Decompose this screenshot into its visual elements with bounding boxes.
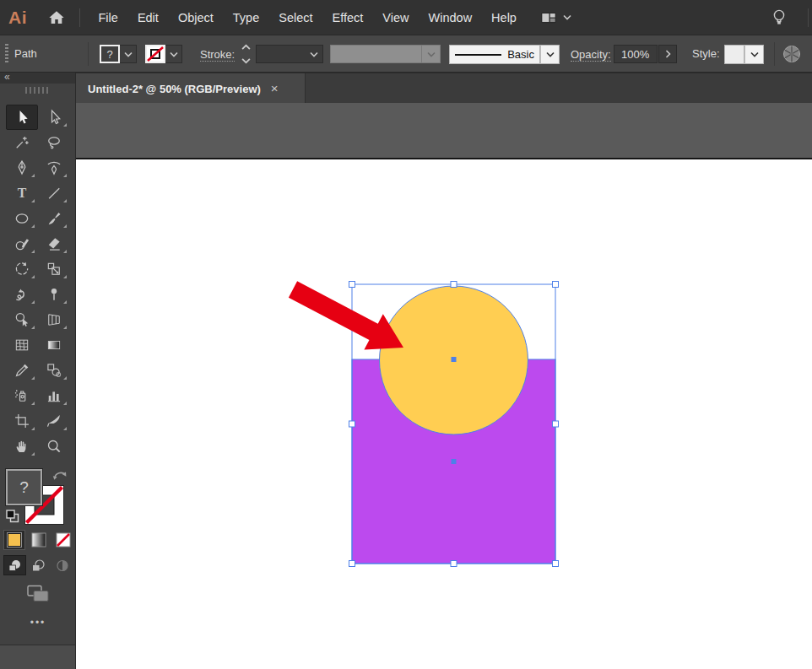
tool-magic-wand[interactable]	[6, 130, 38, 155]
app-logo[interactable]: Ai	[8, 8, 37, 28]
opacity-label: Opacity:	[571, 47, 611, 62]
collapse-panel-icon: «	[4, 71, 10, 83]
stroke-color-control[interactable]	[145, 45, 182, 63]
opacity-input[interactable]: 100%	[614, 45, 658, 63]
handle-top-right[interactable]	[553, 282, 559, 288]
brush-definition-dropdown[interactable]: Basic	[449, 45, 560, 64]
menu-effect[interactable]: Effect	[322, 0, 373, 35]
document-canvas[interactable]	[76, 103, 812, 669]
tool-shape-builder[interactable]	[6, 307, 38, 332]
tool-curvature[interactable]	[38, 155, 70, 181]
none-button[interactable]	[52, 530, 74, 550]
draw-normal-button[interactable]	[3, 555, 26, 575]
gradient-button[interactable]	[28, 530, 50, 550]
tool-hand[interactable]	[6, 434, 38, 459]
handle-bottom-right[interactable]	[553, 561, 559, 567]
tool-eraser[interactable]	[38, 231, 70, 256]
tool-slice[interactable]	[38, 408, 70, 434]
fill-proxy-unknown[interactable]: ?	[6, 469, 42, 505]
tool-eyedropper[interactable]	[6, 358, 38, 383]
fill-color-control[interactable]: ?	[100, 45, 137, 63]
edit-toolbar-button[interactable]: •••	[0, 617, 76, 629]
tool-perspective-grid[interactable]	[38, 307, 70, 332]
menu-edit[interactable]: Edit	[127, 0, 168, 35]
shape-builder-tool-icon	[14, 311, 30, 328]
tool-symbol-sprayer[interactable]	[6, 383, 38, 408]
swap-fill-stroke-button[interactable]	[51, 468, 68, 483]
style-swatch[interactable]	[724, 45, 744, 64]
tool-direct-selection[interactable]	[38, 105, 70, 130]
menu-view[interactable]: View	[373, 0, 419, 35]
change-screen-mode-button[interactable]	[24, 582, 52, 604]
color-wheel-button[interactable]	[782, 45, 801, 63]
handle-top-center[interactable]	[451, 282, 457, 288]
graphic-style-dropdown[interactable]	[724, 45, 764, 64]
tool-scale[interactable]	[38, 256, 70, 282]
collapse-panel-button[interactable]: «	[0, 73, 75, 84]
tool-pen[interactable]	[6, 155, 38, 181]
menu-type[interactable]: Type	[223, 0, 268, 35]
controlbar-grip[interactable]	[5, 44, 8, 64]
discover-button[interactable]	[769, 7, 789, 29]
workspace-switcher[interactable]	[539, 10, 571, 25]
eraser-tool-icon	[46, 235, 62, 252]
stroke-swatch-none[interactable]	[145, 45, 165, 63]
tool-shaper[interactable]	[6, 231, 38, 256]
tools-panel-grip[interactable]	[25, 87, 51, 94]
draw-behind-button[interactable]	[27, 555, 50, 575]
menu-object[interactable]: Object	[168, 0, 223, 35]
shaper-tool-icon	[14, 235, 30, 252]
tool-puppet-warp[interactable]	[38, 282, 70, 307]
stepper-up-icon[interactable]	[241, 44, 251, 51]
circle-center-anchor[interactable]	[452, 357, 457, 362]
home-button[interactable]	[46, 7, 68, 29]
tool-gradient[interactable]	[38, 332, 70, 358]
fill-swatch[interactable]: ?	[100, 45, 120, 63]
stroke-weight-dropdown[interactable]	[256, 45, 323, 63]
pasteboard[interactable]	[76, 103, 812, 158]
tool-lasso[interactable]	[38, 130, 70, 155]
tool-type[interactable]: T	[6, 181, 38, 206]
menu-help[interactable]: Help	[482, 0, 527, 35]
fill-dropdown-button[interactable]	[120, 45, 137, 63]
brush-dropdown-button[interactable]	[540, 45, 560, 64]
annotation-arrow[interactable]	[289, 281, 403, 349]
canvas-area[interactable]	[76, 103, 812, 669]
selection-tool-icon	[14, 109, 30, 126]
document-tab[interactable]: Untitled-2* @ 50% (RGB/Preview) ×	[76, 73, 306, 104]
puppet-warp-tool-icon	[46, 286, 62, 303]
handle-middle-right[interactable]	[553, 421, 559, 427]
tool-artboard[interactable]	[6, 408, 38, 434]
handle-middle-left[interactable]	[349, 421, 355, 427]
tool-column-graph[interactable]	[38, 383, 70, 408]
tool-line-segment[interactable]	[38, 181, 70, 206]
ellipse-tool-icon	[14, 210, 30, 227]
tool-zoom[interactable]	[38, 434, 70, 459]
close-tab-icon[interactable]: ×	[271, 83, 279, 94]
style-dropdown-button[interactable]	[744, 45, 764, 64]
tool-blend[interactable]	[38, 358, 70, 383]
tool-paintbrush[interactable]	[38, 206, 70, 231]
handle-bottom-center[interactable]	[451, 561, 457, 567]
stroke-weight-label: Stroke:	[200, 47, 235, 62]
handle-bottom-left[interactable]	[349, 561, 355, 567]
menu-select[interactable]: Select	[269, 0, 322, 35]
tool-selection[interactable]	[6, 105, 38, 130]
stroke-weight-stepper[interactable]	[240, 44, 252, 64]
rectangle-center-anchor[interactable]	[452, 459, 457, 464]
tool-mesh[interactable]	[6, 332, 38, 358]
menu-file[interactable]: File	[89, 0, 127, 35]
opacity-expand-button[interactable]	[658, 45, 677, 63]
column-graph-tool-icon	[46, 387, 62, 404]
stepper-down-icon[interactable]	[241, 57, 251, 64]
tool-width[interactable]	[6, 282, 38, 307]
menu-window[interactable]: Window	[419, 0, 482, 35]
menubar-separator	[79, 8, 80, 27]
workspace-switcher-icon	[539, 10, 558, 25]
color-button[interactable]	[3, 530, 25, 550]
default-fill-stroke-button[interactable]	[5, 509, 21, 525]
stroke-dropdown-button[interactable]	[165, 45, 182, 63]
tool-ellipse[interactable]	[6, 206, 38, 231]
handle-top-left[interactable]	[349, 282, 355, 288]
tool-rotate[interactable]	[6, 256, 38, 282]
